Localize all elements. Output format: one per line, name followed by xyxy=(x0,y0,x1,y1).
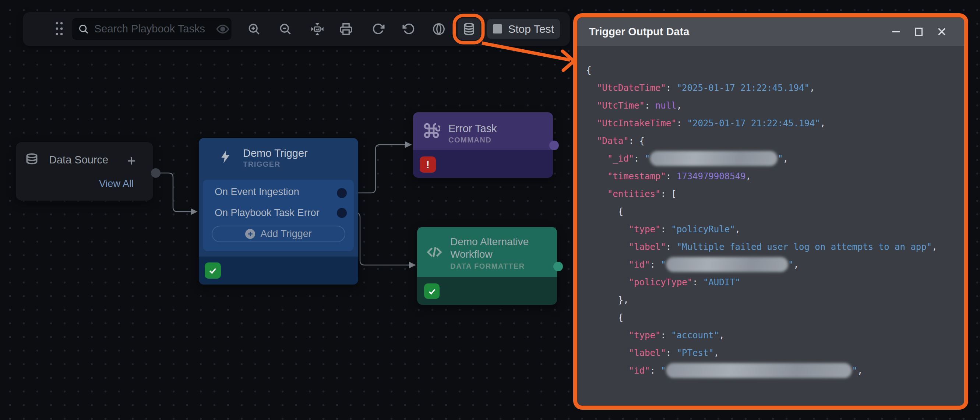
alt-workflow-output-port[interactable] xyxy=(553,262,563,271)
trigger-header: Demo Trigger TRIGGER xyxy=(199,138,358,180)
trigger-output-list: On Event Ingestion On Playbook Task Erro… xyxy=(203,180,354,251)
error-task-title: Error Task xyxy=(449,123,497,135)
undo-button[interactable] xyxy=(399,19,419,40)
json-token xyxy=(586,100,597,111)
search-box[interactable] xyxy=(72,18,232,40)
json-line: "policyType": "AUDIT" xyxy=(586,274,937,291)
json-token: : xyxy=(666,171,677,181)
panel-body[interactable]: { "UtcDateTime": "2025-01-17 21:22:45.19… xyxy=(577,46,964,404)
json-line: { xyxy=(586,62,937,79)
json-line: }, xyxy=(586,291,937,309)
json-line: { xyxy=(586,309,937,326)
redacted-value xyxy=(650,151,778,166)
search-input[interactable] xyxy=(94,23,226,35)
zoom-in-button[interactable] xyxy=(244,19,264,40)
panel-header[interactable]: Trigger Output Data xyxy=(577,17,964,46)
json-line: "UtcDateTime": "2025-01-17 21:22:45.194"… xyxy=(586,79,937,97)
json-token: : xyxy=(677,118,687,129)
json-token: " xyxy=(660,366,666,376)
add-trigger-button[interactable]: + Add Trigger xyxy=(212,226,345,242)
json-token: "account" xyxy=(671,330,719,340)
json-token: "type" xyxy=(629,330,661,340)
json-line: "timestamp": 1734979908549, xyxy=(586,167,937,185)
redo-button[interactable] xyxy=(368,19,388,40)
json-line: "entities": [ xyxy=(586,185,937,203)
visibility-button[interactable] xyxy=(212,19,233,40)
data-viewer-button[interactable] xyxy=(458,18,480,40)
json-line: "Data": { xyxy=(586,132,937,150)
trigger-row-on-event-ingestion[interactable]: On Event Ingestion xyxy=(215,186,299,198)
zoom-out-button[interactable] xyxy=(275,19,296,40)
json-token: " xyxy=(660,259,666,270)
arrowhead xyxy=(191,208,198,215)
json-line: "_id": "", xyxy=(586,150,937,167)
json-token: : xyxy=(666,83,677,93)
json-line: "id": "", xyxy=(586,362,937,380)
json-token xyxy=(586,118,597,129)
json-token: "_id" xyxy=(608,153,634,164)
json-token xyxy=(586,83,597,93)
trigger-port-on-event-ingestion[interactable] xyxy=(337,188,347,198)
json-token: : xyxy=(666,242,677,252)
json-token: , xyxy=(719,330,724,340)
printer-icon xyxy=(339,22,353,36)
json-token xyxy=(586,366,629,376)
print-button[interactable] xyxy=(336,19,356,40)
playbook-canvas[interactable]: Data Source View All Demo Trigger TRIGGE… xyxy=(0,0,980,420)
json-token: 1734979908549 xyxy=(677,171,746,181)
json-token: "policyRule" xyxy=(671,224,735,234)
json-token: : xyxy=(634,153,644,164)
data-source-header: Data Source xyxy=(25,152,108,167)
close-button[interactable] xyxy=(937,27,947,37)
json-token: "label" xyxy=(629,242,666,252)
json-token: "label" xyxy=(629,348,666,358)
fit-view-icon xyxy=(310,22,325,36)
redo-icon xyxy=(371,22,385,36)
globe-button[interactable] xyxy=(428,19,449,40)
json-token: " xyxy=(852,366,857,376)
drag-handle-icon[interactable] xyxy=(54,21,65,37)
fit-view-button[interactable] xyxy=(307,19,328,40)
minimize-button[interactable] xyxy=(891,27,901,37)
json-line: "id": "", xyxy=(586,256,937,274)
database-icon xyxy=(25,152,39,167)
add-data-source-icon[interactable] xyxy=(126,155,137,166)
zoom-out-icon xyxy=(279,22,292,36)
trigger-port-on-playbook-task-error[interactable] xyxy=(337,208,347,218)
json-token: "2025-01-17 21:22:45.194" xyxy=(687,118,820,129)
view-all-link[interactable]: View All xyxy=(99,178,134,189)
maximize-button[interactable] xyxy=(914,27,924,37)
undo-icon xyxy=(402,22,416,36)
json-token: : xyxy=(644,100,655,111)
json-token xyxy=(586,153,608,164)
node-data-source[interactable]: Data Source View All xyxy=(16,142,153,200)
node-error-task[interactable]: Error Task COMMAND ! xyxy=(413,112,553,178)
data-source-output-port[interactable] xyxy=(151,168,161,178)
maximize-icon xyxy=(915,28,923,36)
json-viewer: { "UtcDateTime": "2025-01-17 21:22:45.19… xyxy=(586,62,937,380)
json-token: , xyxy=(735,224,740,234)
stop-test-label: Stop Test xyxy=(508,23,554,35)
json-token xyxy=(586,348,629,358)
error-task-output-port[interactable] xyxy=(549,141,559,150)
success-status-badge xyxy=(424,283,439,299)
json-token: " xyxy=(644,153,650,164)
stop-test-button[interactable]: Stop Test xyxy=(487,19,560,39)
node-demo-alternative-workflow[interactable]: Demo Alternative Workflow DATA FORMATTER xyxy=(417,227,557,305)
canvas-toolbar: Stop Test xyxy=(23,12,570,46)
json-line: "UtcTime": null, xyxy=(586,97,937,115)
node-demo-trigger[interactable]: Demo Trigger TRIGGER On Event Ingestion … xyxy=(199,138,358,285)
json-token: , xyxy=(858,366,862,376)
json-token xyxy=(586,171,608,181)
panel-title: Trigger Output Data xyxy=(589,26,689,38)
search-icon xyxy=(78,24,89,35)
alt-workflow-type-label: DATA FORMATTER xyxy=(450,262,525,270)
trigger-row-on-playbook-task-error[interactable]: On Playbook Task Error xyxy=(215,207,320,219)
json-token: "UtcIntakeTime" xyxy=(597,118,677,129)
json-token: , xyxy=(810,83,815,93)
trigger-title: Demo Trigger xyxy=(243,147,308,159)
json-token: "entities" xyxy=(608,189,661,199)
globe-icon xyxy=(432,22,445,36)
json-token: , xyxy=(932,242,937,252)
wire-datasource-trigger xyxy=(161,173,191,212)
